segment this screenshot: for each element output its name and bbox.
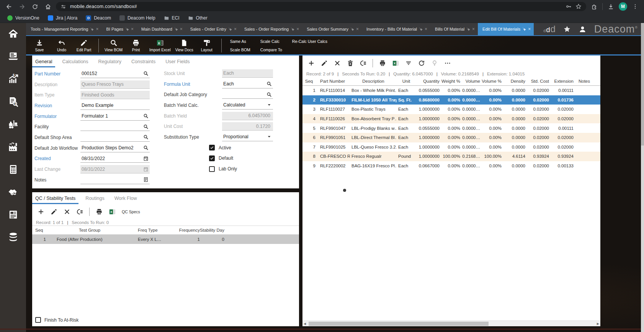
column-header-extension[interactable]: Extension — [549, 79, 574, 83]
password-key-icon[interactable] — [566, 3, 572, 10]
toolbar-print-button[interactable]: Print — [125, 39, 147, 52]
tab-sales-order-entry[interactable]: Sales - Order Entry× — [186, 23, 240, 35]
user-profile-icon[interactable] — [579, 25, 587, 33]
horizontal-scrollbar[interactable]: ◀ ▶ — [302, 321, 600, 326]
pin-icon[interactable] — [466, 27, 470, 31]
font-size-control[interactable]: ddd — [543, 24, 556, 34]
note-icon[interactable] — [143, 177, 149, 182]
bookmark-deacom[interactable]: DDeacom — [82, 13, 115, 23]
column-header-std-cost[interactable]: Std. Cost — [525, 79, 549, 83]
sidebar-item-purchasing[interactable]: $ — [7, 96, 20, 107]
qc-tab-routings[interactable]: Routings — [85, 192, 104, 204]
tab-inventory-bills-of-material[interactable]: Inventory - Bills Of Material× — [362, 23, 430, 35]
sidebar-item-inventory[interactable] — [7, 118, 20, 130]
reload-icon[interactable] — [30, 2, 40, 11]
field-input-default-shop-area[interactable] — [80, 133, 150, 142]
field-input-default-job-workflow[interactable]: Production Steps Demo2 — [80, 144, 150, 152]
qc-pencil-button[interactable] — [49, 207, 59, 217]
qc-close-button[interactable] — [62, 207, 72, 217]
default-checkbox[interactable] — [209, 155, 215, 161]
field-input-facility[interactable] — [80, 123, 150, 131]
scrollbar-thumb[interactable] — [309, 322, 489, 326]
tab-close-icon[interactable]: × — [296, 27, 299, 31]
field-input-notes[interactable] — [80, 176, 150, 184]
form-tab-user-fields[interactable]: User Fields — [165, 56, 190, 67]
qc-tab-qc-stability-tests[interactable]: QC / Stability Tests — [35, 192, 75, 204]
qc-add-button[interactable] — [36, 207, 46, 217]
field-input-substitution-type[interactable]: Proportional — [222, 133, 273, 141]
field-input-default-job-category[interactable] — [222, 90, 273, 99]
form-tab-calculations[interactable]: Calculations — [62, 56, 88, 67]
tab-bills-of-material[interactable]: Bills Of Material× — [430, 23, 478, 35]
home-icon[interactable] — [43, 2, 53, 11]
bookmark-versionone[interactable]: VersionOne — [3, 13, 44, 23]
search-icon[interactable] — [143, 113, 149, 119]
column-header-notes[interactable]: Notes — [574, 79, 595, 83]
column-header-density[interactable]: Density — [502, 79, 525, 83]
profile-avatar[interactable]: M — [619, 2, 627, 11]
search-icon[interactable] — [143, 71, 149, 76]
tab-main-dashboard[interactable]: Main Dashboard× — [137, 23, 186, 35]
qc-printer-button[interactable] — [94, 207, 104, 217]
tab-sales-order-reporting[interactable]: Sales - Order Reporting× — [240, 23, 302, 35]
toolbar-undo-button[interactable]: Undo — [51, 39, 73, 52]
bookmark-star-icon[interactable] — [575, 3, 582, 10]
panel-splitter-handle[interactable] — [343, 189, 346, 192]
bom-more-button[interactable] — [443, 59, 452, 68]
toolbar-edit-part-button[interactable]: Edit Part — [73, 39, 95, 52]
column-header-seq[interactable]: Seq — [302, 79, 316, 83]
qc-copylist-button[interactable] — [75, 207, 85, 217]
tab-close-icon[interactable]: × — [472, 27, 475, 31]
search-icon[interactable] — [143, 124, 149, 129]
column-header-frequency[interactable]: Frequency — [175, 228, 200, 232]
chevron-icon[interactable] — [266, 102, 272, 108]
sidebar-item-crm[interactable] — [7, 186, 20, 198]
tab-close-icon[interactable]: × — [131, 27, 134, 31]
finish-to-at-risk-row[interactable]: Finish To At-Risk — [35, 317, 78, 323]
pin-icon[interactable] — [291, 27, 294, 31]
form-tab-regulatory[interactable]: Regulatory — [98, 56, 121, 67]
forward-icon[interactable] — [17, 2, 27, 11]
tab-edit-bill-of-materials[interactable]: Edit Bill Of Materials× — [478, 23, 534, 35]
font-size-option[interactable]: d — [550, 24, 555, 34]
vertical-scrollbar-thumb[interactable] — [641, 23, 644, 146]
pin-icon[interactable] — [228, 27, 232, 31]
tab-close-icon[interactable]: × — [356, 27, 359, 31]
scroll-right-arrow-icon[interactable]: ▶ — [597, 321, 599, 326]
bom-trash-button[interactable] — [345, 59, 355, 68]
tab-close-icon[interactable]: × — [528, 27, 531, 31]
bom-printer-button[interactable] — [378, 59, 387, 68]
back-icon[interactable] — [4, 2, 14, 11]
download-icon[interactable] — [606, 2, 616, 11]
pin-icon[interactable] — [174, 27, 178, 31]
bookmark-other[interactable]: Other — [184, 13, 212, 23]
column-header-part-number[interactable]: Part Number — [316, 79, 350, 83]
toolbar-re-calc-user-calcs-button[interactable]: Re-Calc User Calcs — [292, 39, 327, 44]
sidebar-item-reports[interactable] — [7, 209, 20, 220]
sidebar-item-accounting[interactable] — [7, 164, 20, 175]
checkbox-row-lab-only[interactable]: Lab Only — [164, 164, 273, 174]
pin-icon[interactable] — [125, 27, 129, 31]
toolbar-save-button[interactable]: Save — [28, 39, 51, 52]
column-header-seq[interactable]: Seq — [32, 228, 47, 232]
checkbox-row-active[interactable]: Active — [164, 142, 273, 153]
field-input-batch-yield-calc[interactable]: Calculated — [222, 101, 273, 110]
bom-close-button[interactable] — [332, 59, 342, 68]
tab-sales-order-summary[interactable]: Sales Order Summary× — [302, 23, 362, 35]
toolbar-compare-to-button[interactable]: Compare To — [260, 47, 282, 52]
search-icon[interactable] — [143, 145, 149, 150]
tab-tools-management-reporting[interactable]: Tools - Management Reporting× — [26, 23, 101, 35]
font-size-option[interactable]: d — [546, 26, 550, 34]
table-row[interactable]: 9RLF2220002BAG-16X19 Fresco Pl…Each0.066… — [302, 161, 600, 171]
checkbox-row-default[interactable]: Default — [164, 153, 273, 164]
table-row[interactable]: 3RLF1110027Box-Plastic TraysEach1.000000… — [302, 105, 600, 114]
search-icon[interactable] — [143, 134, 149, 140]
sidebar-item-home[interactable] — [7, 28, 20, 39]
toolbar-view-bom-button[interactable]: View BOM — [102, 39, 125, 52]
table-row[interactable]: 6RLF9901051LBL-Direct Thermal Bl…Each1.0… — [302, 133, 600, 142]
bom-bulb-button[interactable] — [430, 59, 439, 68]
tab-close-icon[interactable]: × — [180, 27, 183, 31]
site-settings-icon[interactable] — [60, 4, 66, 10]
field-input-revision[interactable]: Demo Example — [80, 101, 150, 110]
pin-icon[interactable] — [522, 27, 526, 31]
